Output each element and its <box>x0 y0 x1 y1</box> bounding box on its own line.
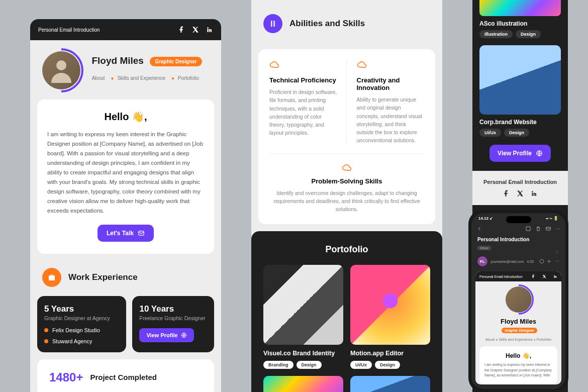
topbar: Personal Email Introduction <box>30 19 221 40</box>
exp-role: Graphic Designer at Agency <box>44 315 119 321</box>
nav-portfolio[interactable]: Portofolio <box>178 75 199 81</box>
star-icon[interactable]: ☆ <box>555 249 559 255</box>
tag: Ui/Ux <box>350 361 372 369</box>
facebook-icon[interactable] <box>178 26 185 33</box>
sender-email: yourname@mail.com <box>491 260 524 263</box>
x-icon[interactable] <box>192 26 199 33</box>
exp-card-2: 10 Years Freelance Graphic Designer View… <box>132 296 214 352</box>
footer: Personal Email Introduction <box>472 171 568 205</box>
more-icon[interactable]: ⋯ <box>555 259 559 264</box>
exp-item: Stuward Agency <box>44 338 119 344</box>
sender-avatar: FL <box>477 256 487 266</box>
lets-talk-button[interactable]: Let's Talk <box>97 225 154 242</box>
portfolio-item[interactable] <box>263 376 343 392</box>
mini-name: Floyd Miles <box>501 318 536 325</box>
briefcase-icon <box>42 268 61 287</box>
exp-years: 5 Years <box>44 304 119 314</box>
skills-header: Abilities and Skills <box>251 0 442 42</box>
stat-card: 1480+ Project Completed <box>37 359 214 392</box>
mini-hello: Hello 👋, <box>484 352 552 359</box>
portfolio-thumb <box>350 376 430 392</box>
portfolio-name: Motion.app Editor <box>350 350 430 357</box>
portfolio-item[interactable] <box>350 376 430 392</box>
cloud-icon <box>357 60 425 72</box>
tag: Design <box>504 129 529 137</box>
exp-item: Felix Design Studio <box>44 327 119 333</box>
skill-title: Creativity and Innovation <box>357 76 425 91</box>
archive-icon[interactable] <box>525 226 531 232</box>
avatar-wrap <box>42 51 80 89</box>
mail-icon <box>138 230 145 237</box>
facebook-icon[interactable] <box>503 190 510 197</box>
linkedin-icon[interactable] <box>531 190 538 197</box>
work-title: Work Experience <box>68 272 138 282</box>
role-badge: Graphic Designer <box>150 57 202 66</box>
sender-time: 4:20 <box>527 260 534 263</box>
footer-title: Personal Email Introduction <box>472 179 568 185</box>
cloud-icon <box>269 163 424 173</box>
sender-row: FL yourname@mail.com 4:20 ⋯ <box>471 253 565 269</box>
skills-title: Abilities and Skills <box>289 19 365 29</box>
emoji-icon[interactable] <box>539 259 544 264</box>
inbox-badge: Inbox <box>477 246 491 250</box>
view-profile-button[interactable]: View Profile <box>139 328 193 342</box>
svg-point-6 <box>540 259 544 263</box>
exp-card-1: 5 Years Graphic Designer at Agency Felix… <box>37 296 126 352</box>
facebook-icon[interactable] <box>531 274 535 278</box>
mini-email: Personal Email Introduction Floyd Miles … <box>475 271 561 384</box>
exp-years: 10 Years <box>139 304 207 314</box>
middle-panel: Abilities and Skills Technical Proficien… <box>251 0 442 392</box>
mail-icon[interactable] <box>545 226 551 232</box>
abilities-icon <box>263 14 282 33</box>
skill-desc: Identify and overcome design challenges,… <box>269 189 424 214</box>
back-icon[interactable] <box>476 226 482 232</box>
portfolio-item[interactable]: Visuel.co Brand Identity Branding Design <box>263 265 343 369</box>
portfolio-thumb <box>263 265 343 345</box>
view-profile-button[interactable]: View Profile <box>489 145 551 162</box>
stat-number: 1480+ <box>49 370 83 384</box>
globe-icon <box>181 332 187 338</box>
reply-icon[interactable] <box>547 259 552 264</box>
skill-title: Technical Proficiency <box>269 76 337 84</box>
delete-icon[interactable] <box>535 226 541 232</box>
phone-mockup: 14.12 ↙ •• ⏦ 🔋 ⋯ Personal Introduction I… <box>468 210 568 392</box>
intro-text: I am writing to express my keen interest… <box>47 130 204 216</box>
skills-card: Technical Proficiency Proficient in desi… <box>258 49 435 224</box>
portfolio-name: ASco illustration <box>479 20 561 27</box>
skill-title: Problem-Solving Skills <box>269 177 424 185</box>
linkedin-icon[interactable] <box>206 26 213 33</box>
portfolio-thumb <box>479 0 561 16</box>
portfolio-thumb <box>479 45 561 115</box>
tag: Branding <box>263 361 293 369</box>
phone-time: 14.12 ↙ <box>478 216 493 221</box>
portfolio-item[interactable]: Motion.app Editor Ui/Ux Design <box>350 265 430 369</box>
mini-avatar <box>506 286 532 313</box>
mini-nav: About ● Skills and Experience ● Portofol… <box>481 338 555 341</box>
hero: Floyd Miles Graphic Designer About● Skil… <box>30 40 221 89</box>
social-icons <box>178 26 213 33</box>
x-icon[interactable] <box>542 274 546 278</box>
linkedin-icon[interactable] <box>553 274 557 278</box>
mini-topbar-title: Personal Email Introduction <box>479 275 523 278</box>
page-title: Personal Email Introduction <box>38 27 100 33</box>
skill-col-2: Creativity and Innovation Ability to gen… <box>357 60 425 145</box>
portfolio-thumb <box>263 376 343 392</box>
skill-desc: Proficient in design software, file form… <box>269 88 337 137</box>
more-icon[interactable]: ⋯ <box>555 226 560 232</box>
portfolio-name: Corp.brand Website <box>479 119 561 126</box>
mail-subject: Personal Introduction <box>477 237 559 242</box>
tag: Design <box>516 30 541 38</box>
nav-skills[interactable]: Skills and Experience <box>117 75 165 81</box>
profile-nav: About● Skills and Experience● Portofolio <box>91 75 203 81</box>
portfolio-section: Portofolio Visuel.co Brand Identity Bran… <box>251 231 442 392</box>
portfolio-thumb <box>350 265 430 345</box>
tag: Design <box>297 361 322 369</box>
mail-subject-row: Personal Introduction Inbox ☆ <box>471 235 565 253</box>
nav-about[interactable]: About <box>91 75 105 81</box>
tag: Ui/Ux <box>479 129 501 137</box>
x-icon[interactable] <box>517 190 524 197</box>
exp-role: Freelance Graphic Designer <box>139 315 207 321</box>
portfolio-name: Visuel.co Brand Identity <box>263 350 343 357</box>
skill-col-3: Problem-Solving Skills Identify and over… <box>269 154 424 214</box>
tag: Design <box>375 361 400 369</box>
